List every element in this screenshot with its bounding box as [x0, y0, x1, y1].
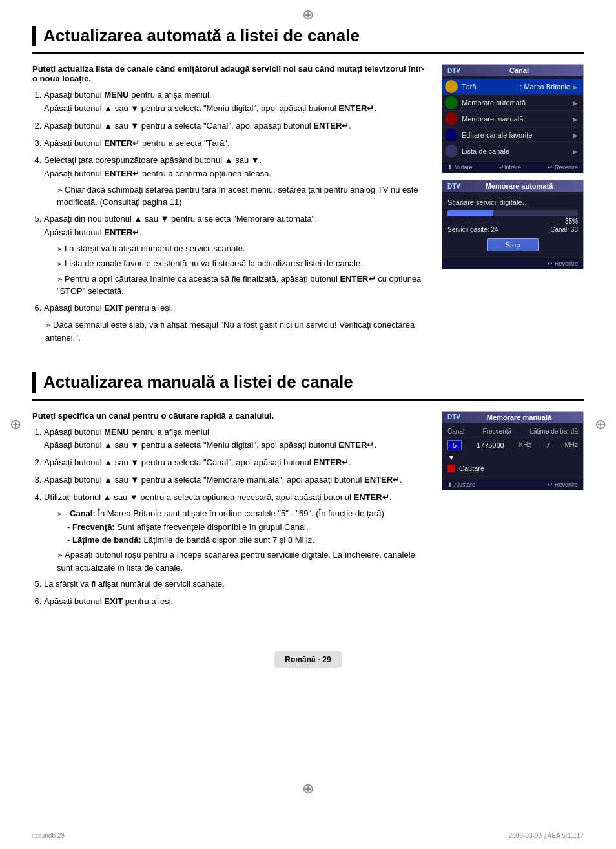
latime-note: Lățime de bandă: Lățimile de bandă dispo…: [67, 534, 429, 547]
mem-auto-title: Memorare automată: [486, 182, 553, 190]
tv-footer-mem-man: ⬆ Ajustare ↩ Revenire: [442, 479, 583, 490]
footer-revenire2: ↩ Revenire: [548, 260, 578, 267]
scan-text: Scanare servicii digitale…: [442, 194, 583, 207]
page-footer: Română - 29: [274, 651, 341, 668]
tv-header-mem-auto: DTV Memorare automată: [442, 180, 583, 192]
s2-step-2: Apăsați butonul ▲ sau ▼ pentru a selecta…: [44, 456, 429, 470]
edit-fav-label: Editare canale favorite: [462, 131, 570, 139]
services-found: Servicii găsite: 24: [447, 226, 498, 233]
val-latime-unit: MHz: [564, 441, 578, 448]
dtv-label-1: DTV: [447, 67, 460, 74]
footer-revenire3: ↩ Revenire: [548, 481, 578, 488]
tv-row-lista: Listă de canale ▶: [442, 143, 583, 159]
step-3: Apăsați butonul ENTER↵ pentru a selecta …: [44, 137, 429, 151]
tv-row-edit-fav: Editare canale favorite ▶: [442, 127, 583, 143]
section2-steps: Apăsați butonul MENU pentru a afișa meni…: [32, 426, 429, 609]
tv-row-mem-man: Memorare manuală ▶: [442, 111, 583, 127]
lista-label: Listă de canale: [462, 147, 570, 155]
step4-notes: Chiar dacă schimbați setarea pentru țară…: [50, 183, 429, 209]
print-mark-bottom: ⊕: [302, 781, 314, 797]
step-4: Selectați țara corespunzătoare apăsând b…: [44, 154, 429, 209]
col-canal: Canal: [447, 428, 464, 435]
stop-button[interactable]: Stop: [487, 238, 539, 251]
section1-subtitle: Puteți actualiza lista de canale când em…: [32, 64, 429, 83]
print-mark-right: ⊕: [595, 416, 606, 433]
progress-percent: 35%: [442, 218, 583, 225]
section1-title: Actualizarea automată a listei de canale: [32, 26, 584, 46]
footer-intrare: ↵Intrare: [499, 164, 521, 171]
tv-ui-mem-man: DTV Memorare manuală Canal Frecvență Lăț…: [442, 411, 584, 490]
section1-content: Puteți actualiza lista de canale când em…: [32, 64, 584, 346]
tv-table-header: Canal Frecvență Lățime de bandă: [442, 426, 583, 437]
section2-ui-column: DTV Memorare manuală Canal Frecvență Lăț…: [442, 411, 584, 490]
mem-auto-label: Memorare automată: [462, 99, 570, 107]
s2-step4-notes: - Canal: În Marea Britanie sunt afișate …: [50, 507, 429, 574]
section1-ui-column: DTV Canal Țară : Marea Britanie ▶ Memora…: [442, 64, 584, 269]
section1-steps: Apăsați butonul MENU pentru a afișa meni…: [32, 89, 429, 315]
footer-revenire1: ↩ Revenire: [548, 164, 578, 171]
mem-man-label: Memorare manuală: [462, 115, 570, 123]
edit-fav-arrow: ▶: [573, 132, 578, 139]
sub-list-1: Frecvență: Sunt afișate frecvențele disp…: [57, 521, 429, 546]
section2-title: Actualizarea manuală a listei de canale: [32, 372, 584, 392]
icon-edit-fav: [445, 129, 458, 142]
tv-ui-canal: DTV Canal Țară : Marea Britanie ▶ Memora…: [442, 64, 584, 173]
section2-text: Puteți specifica un canal pentru o căuta…: [32, 411, 429, 613]
icon-mem-auto: [445, 96, 458, 109]
section1-divider: [32, 52, 584, 54]
icon-mem-man: [445, 112, 458, 125]
icon-lista: [445, 145, 458, 158]
tv-header-canal: DTV Canal: [442, 65, 583, 76]
section2-content: Puteți specifica un canal pentru o căuta…: [32, 411, 584, 613]
section2-divider: [32, 399, 584, 401]
tv-header-mem-man: DTV Memorare manuală: [442, 412, 583, 423]
step5-note3: Pentru a opri căutarea înainte ca aceast…: [57, 273, 429, 298]
step4-note1: Chiar dacă schimbați setarea pentru țară…: [57, 183, 429, 209]
s2-step-6: Apăsați butonul EXIT pentru a ieși.: [44, 595, 429, 609]
step-1: Apăsați butonul MENU pentru a afișa meni…: [44, 89, 429, 116]
s2-step-5: La sfârșit va fi afișat numărul de servi…: [44, 578, 429, 591]
step5-note1: La sfârșit va fi afișat numărul de servi…: [57, 242, 429, 255]
tv-footer-canal: ⬆ Mutare ↵Intrare ↩ Revenire: [442, 162, 583, 173]
print-mark-left: ⊕: [10, 416, 21, 433]
s2-note1: - Canal: În Marea Britanie sunt afișate …: [57, 507, 429, 547]
dtv-label-2: DTV: [447, 183, 460, 190]
tv-footer-mem-auto: ↩ Revenire: [442, 258, 583, 269]
footer-mutare: ⬆ Mutare: [447, 164, 473, 171]
tv-row-mem-auto: Memorare automată ▶: [442, 95, 583, 111]
search-row: Căutare: [442, 462, 583, 476]
footer-ajustare: ⬆ Ajustare: [447, 481, 475, 488]
section1-extra-note: Dacă semnalul este slab, va fi afișat me…: [39, 319, 429, 344]
s2-step-4: Utilizați butonul ▲ sau ▼ pentru a selec…: [44, 491, 429, 574]
step5-notes: La sfârșit va fi afișat numărul de servi…: [50, 242, 429, 298]
col-latime: Lățime de bandă: [529, 428, 578, 435]
s2-note2: Apăsați butonul roșu pentru a începe sca…: [57, 549, 429, 574]
step-5: Apăsați din nou butonul ▲ sau ▼ pentru a…: [44, 213, 429, 298]
tv-body-mem-auto: Scanare servicii digitale… 35% Servicii …: [442, 192, 583, 258]
mem-man-title: Memorare manuală: [487, 414, 551, 421]
icon-tara: [445, 80, 458, 93]
s2-step-3: Apăsați butonul ▲ sau ▼ pentru a selecta…: [44, 474, 429, 487]
tv-ui-mem-auto: DTV Memorare automată Scanare servicii d…: [442, 180, 584, 269]
dtv-label-3: DTV: [447, 414, 460, 421]
canal-number: Canal: 38: [550, 226, 578, 233]
step5-note2: Lista de canale favorite existentă nu va…: [57, 257, 429, 270]
print-mark-top: ⊕: [302, 6, 314, 23]
val-frecventa: 1775000: [477, 441, 504, 449]
tv-body-canal: Țară : Marea Britanie ▶ Memorare automat…: [442, 76, 583, 162]
tara-arrow: ▶: [573, 83, 578, 90]
section-auto-update: Actualizarea automată a listei de canale…: [32, 26, 584, 346]
date-info: 2008-03-03 ¿ÀÈÀ 5:11:17: [509, 832, 584, 839]
col-frecventa: Frecvență: [483, 428, 511, 435]
val-canal: 5: [447, 440, 462, 450]
down-arrow: ▼: [442, 453, 583, 462]
progress-bar-fill: [447, 210, 493, 216]
section2-subtitle: Puteți specifica un canal pentru o căuta…: [32, 411, 429, 421]
val-unit: KHz: [519, 441, 531, 448]
s2-step-1: Apăsați butonul MENU pentru a afișa meni…: [44, 426, 429, 453]
tv-row-tara: Țară : Marea Britanie ▶: [442, 79, 583, 95]
progress-bar-bg: [447, 210, 578, 216]
tara-value: : Marea Britanie: [520, 83, 570, 90]
section1-text: Puteți actualiza lista de canale când em…: [32, 64, 429, 346]
mem-man-arrow: ▶: [573, 116, 578, 123]
